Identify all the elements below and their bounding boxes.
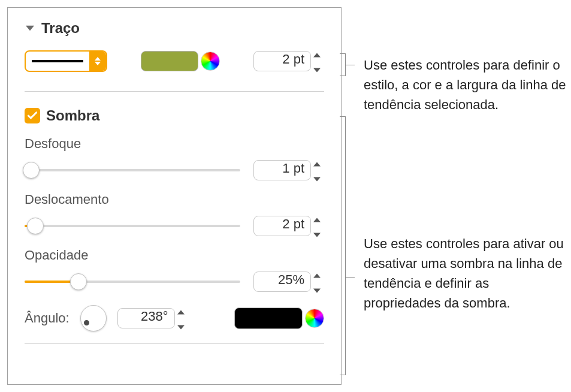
stroke-width-input[interactable]: 2 pt: [253, 51, 311, 71]
color-wheel-icon[interactable]: [201, 52, 220, 71]
angle-row: Ângulo: 238°: [25, 303, 324, 333]
offset-input[interactable]: 2 pt: [253, 216, 311, 236]
angle-input[interactable]: 238°: [117, 308, 175, 328]
angle-label: Ângulo:: [25, 310, 70, 326]
stepper-up-icon[interactable]: [313, 46, 324, 61]
stroke-controls: 2 pt: [25, 46, 324, 76]
opacity-input[interactable]: 25%: [253, 272, 311, 292]
dropdown-stepper-icon: [89, 52, 106, 71]
stepper-down-icon[interactable]: [313, 282, 324, 296]
stroke-header: Traço: [25, 20, 324, 37]
stepper-up-icon[interactable]: [313, 267, 324, 281]
stepper-up-icon[interactable]: [177, 303, 188, 318]
offset-block: Deslocamento 2 pt: [25, 192, 324, 240]
stroke-color-group: [141, 51, 220, 71]
stroke-style-select[interactable]: [25, 50, 107, 72]
blur-input[interactable]: 1 pt: [253, 160, 311, 180]
opacity-stepper: 25%: [253, 267, 324, 296]
shadow-color-swatch[interactable]: [234, 307, 303, 329]
stepper-down-icon[interactable]: [313, 170, 324, 185]
offset-label: Deslocamento: [25, 192, 324, 207]
shadow-callout: Use estes controles para ativar ou desat…: [364, 234, 566, 313]
opacity-label: Opacidade: [25, 248, 324, 263]
stepper-up-icon[interactable]: [313, 211, 324, 225]
divider: [25, 91, 324, 92]
stepper-down-icon[interactable]: [313, 61, 324, 76]
stroke-title: Traço: [41, 20, 80, 37]
stroke-callout: Use estes controles para definir o estil…: [364, 55, 566, 114]
stepper-down-icon[interactable]: [313, 226, 324, 240]
angle-dial[interactable]: [80, 305, 107, 331]
stepper-up-icon[interactable]: [313, 155, 324, 170]
divider: [25, 343, 324, 344]
stepper-down-icon[interactable]: [177, 318, 188, 333]
blur-slider[interactable]: [25, 159, 240, 181]
stroke-color-swatch[interactable]: [141, 51, 198, 71]
angle-stepper: 238°: [117, 303, 188, 333]
stroke-width-stepper: 2 pt: [253, 46, 324, 76]
angle-indicator-dot: [84, 320, 89, 325]
opacity-slider[interactable]: [25, 271, 240, 293]
shadow-color-group: [234, 307, 324, 329]
blur-stepper: 1 pt: [253, 155, 324, 185]
shadow-label: Sombra: [46, 107, 99, 124]
format-panel: Traço 2 pt: [7, 7, 342, 385]
opacity-block: Opacidade 25%: [25, 248, 324, 296]
offset-slider[interactable]: [25, 215, 240, 237]
color-wheel-icon[interactable]: [305, 309, 324, 328]
callout-bracket: [345, 53, 346, 76]
shadow-checkbox[interactable]: [25, 108, 40, 123]
callout-bracket: [345, 116, 346, 375]
line-sample-icon: [26, 60, 89, 62]
blur-label: Desfoque: [25, 136, 324, 152]
shadow-toggle-row: Sombra: [25, 107, 324, 124]
offset-stepper: 2 pt: [253, 211, 324, 240]
blur-block: Desfoque 1 pt: [25, 136, 324, 185]
chevron-down-icon[interactable]: [25, 23, 35, 34]
